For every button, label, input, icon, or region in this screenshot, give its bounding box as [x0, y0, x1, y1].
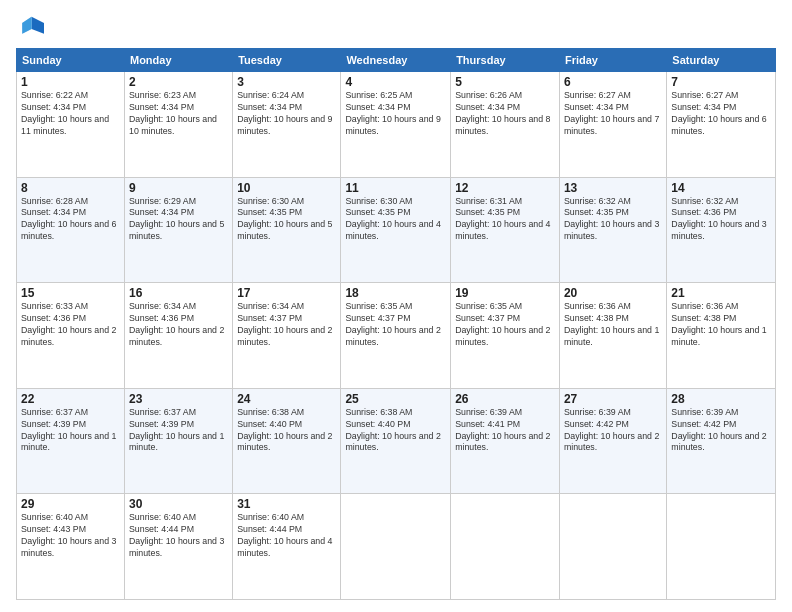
day-number: 22 [21, 392, 120, 406]
day-number: 17 [237, 286, 336, 300]
day-info: Sunrise: 6:40 AM Sunset: 4:43 PM Dayligh… [21, 512, 120, 560]
day-info: Sunrise: 6:34 AM Sunset: 4:37 PM Dayligh… [237, 301, 336, 349]
calendar-cell: 29 Sunrise: 6:40 AM Sunset: 4:43 PM Dayl… [17, 494, 125, 600]
day-info: Sunrise: 6:23 AM Sunset: 4:34 PM Dayligh… [129, 90, 228, 138]
calendar-cell: 22 Sunrise: 6:37 AM Sunset: 4:39 PM Dayl… [17, 388, 125, 494]
logo-icon [16, 12, 44, 40]
day-info: Sunrise: 6:39 AM Sunset: 4:42 PM Dayligh… [671, 407, 771, 455]
calendar-cell: 25 Sunrise: 6:38 AM Sunset: 4:40 PM Dayl… [341, 388, 451, 494]
day-info: Sunrise: 6:35 AM Sunset: 4:37 PM Dayligh… [345, 301, 446, 349]
weekday-friday: Friday [559, 49, 666, 72]
weekday-wednesday: Wednesday [341, 49, 451, 72]
day-number: 1 [21, 75, 120, 89]
calendar-cell: 11 Sunrise: 6:30 AM Sunset: 4:35 PM Dayl… [341, 177, 451, 283]
calendar-cell: 15 Sunrise: 6:33 AM Sunset: 4:36 PM Dayl… [17, 283, 125, 389]
calendar-cell: 26 Sunrise: 6:39 AM Sunset: 4:41 PM Dayl… [451, 388, 560, 494]
day-number: 11 [345, 181, 446, 195]
day-number: 3 [237, 75, 336, 89]
day-info: Sunrise: 6:30 AM Sunset: 4:35 PM Dayligh… [237, 196, 336, 244]
day-info: Sunrise: 6:26 AM Sunset: 4:34 PM Dayligh… [455, 90, 555, 138]
calendar-cell: 12 Sunrise: 6:31 AM Sunset: 4:35 PM Dayl… [451, 177, 560, 283]
calendar-table: SundayMondayTuesdayWednesdayThursdayFrid… [16, 48, 776, 600]
day-number: 16 [129, 286, 228, 300]
calendar-cell [341, 494, 451, 600]
day-info: Sunrise: 6:24 AM Sunset: 4:34 PM Dayligh… [237, 90, 336, 138]
day-info: Sunrise: 6:34 AM Sunset: 4:36 PM Dayligh… [129, 301, 228, 349]
day-number: 25 [345, 392, 446, 406]
day-number: 6 [564, 75, 662, 89]
day-info: Sunrise: 6:28 AM Sunset: 4:34 PM Dayligh… [21, 196, 120, 244]
calendar-cell: 1 Sunrise: 6:22 AM Sunset: 4:34 PM Dayli… [17, 72, 125, 178]
calendar-cell: 3 Sunrise: 6:24 AM Sunset: 4:34 PM Dayli… [233, 72, 341, 178]
weekday-monday: Monday [124, 49, 232, 72]
day-number: 4 [345, 75, 446, 89]
weekday-tuesday: Tuesday [233, 49, 341, 72]
day-info: Sunrise: 6:32 AM Sunset: 4:36 PM Dayligh… [671, 196, 771, 244]
day-number: 31 [237, 497, 336, 511]
weekday-saturday: Saturday [667, 49, 776, 72]
calendar-cell: 21 Sunrise: 6:36 AM Sunset: 4:38 PM Dayl… [667, 283, 776, 389]
calendar-cell: 30 Sunrise: 6:40 AM Sunset: 4:44 PM Dayl… [124, 494, 232, 600]
day-info: Sunrise: 6:38 AM Sunset: 4:40 PM Dayligh… [237, 407, 336, 455]
day-number: 23 [129, 392, 228, 406]
calendar-cell: 7 Sunrise: 6:27 AM Sunset: 4:34 PM Dayli… [667, 72, 776, 178]
calendar-cell: 8 Sunrise: 6:28 AM Sunset: 4:34 PM Dayli… [17, 177, 125, 283]
day-info: Sunrise: 6:22 AM Sunset: 4:34 PM Dayligh… [21, 90, 120, 138]
calendar-cell [451, 494, 560, 600]
day-info: Sunrise: 6:36 AM Sunset: 4:38 PM Dayligh… [671, 301, 771, 349]
calendar-cell [667, 494, 776, 600]
day-number: 27 [564, 392, 662, 406]
day-info: Sunrise: 6:27 AM Sunset: 4:34 PM Dayligh… [564, 90, 662, 138]
calendar-cell: 5 Sunrise: 6:26 AM Sunset: 4:34 PM Dayli… [451, 72, 560, 178]
day-number: 20 [564, 286, 662, 300]
day-info: Sunrise: 6:30 AM Sunset: 4:35 PM Dayligh… [345, 196, 446, 244]
calendar-cell: 10 Sunrise: 6:30 AM Sunset: 4:35 PM Dayl… [233, 177, 341, 283]
day-info: Sunrise: 6:39 AM Sunset: 4:42 PM Dayligh… [564, 407, 662, 455]
calendar-cell: 16 Sunrise: 6:34 AM Sunset: 4:36 PM Dayl… [124, 283, 232, 389]
day-number: 15 [21, 286, 120, 300]
day-info: Sunrise: 6:38 AM Sunset: 4:40 PM Dayligh… [345, 407, 446, 455]
day-info: Sunrise: 6:35 AM Sunset: 4:37 PM Dayligh… [455, 301, 555, 349]
day-info: Sunrise: 6:40 AM Sunset: 4:44 PM Dayligh… [129, 512, 228, 560]
day-number: 18 [345, 286, 446, 300]
calendar-cell: 24 Sunrise: 6:38 AM Sunset: 4:40 PM Dayl… [233, 388, 341, 494]
day-info: Sunrise: 6:33 AM Sunset: 4:36 PM Dayligh… [21, 301, 120, 349]
day-number: 19 [455, 286, 555, 300]
day-number: 29 [21, 497, 120, 511]
calendar-cell [559, 494, 666, 600]
header [16, 12, 776, 40]
day-number: 7 [671, 75, 771, 89]
day-info: Sunrise: 6:32 AM Sunset: 4:35 PM Dayligh… [564, 196, 662, 244]
calendar-cell: 4 Sunrise: 6:25 AM Sunset: 4:34 PM Dayli… [341, 72, 451, 178]
calendar-cell: 17 Sunrise: 6:34 AM Sunset: 4:37 PM Dayl… [233, 283, 341, 389]
week-row-3: 15 Sunrise: 6:33 AM Sunset: 4:36 PM Dayl… [17, 283, 776, 389]
day-number: 30 [129, 497, 228, 511]
day-info: Sunrise: 6:25 AM Sunset: 4:34 PM Dayligh… [345, 90, 446, 138]
calendar-cell: 23 Sunrise: 6:37 AM Sunset: 4:39 PM Dayl… [124, 388, 232, 494]
logo [16, 12, 48, 40]
day-number: 14 [671, 181, 771, 195]
weekday-header-row: SundayMondayTuesdayWednesdayThursdayFrid… [17, 49, 776, 72]
day-info: Sunrise: 6:27 AM Sunset: 4:34 PM Dayligh… [671, 90, 771, 138]
day-number: 9 [129, 181, 228, 195]
day-info: Sunrise: 6:29 AM Sunset: 4:34 PM Dayligh… [129, 196, 228, 244]
calendar-cell: 13 Sunrise: 6:32 AM Sunset: 4:35 PM Dayl… [559, 177, 666, 283]
day-info: Sunrise: 6:37 AM Sunset: 4:39 PM Dayligh… [129, 407, 228, 455]
day-info: Sunrise: 6:37 AM Sunset: 4:39 PM Dayligh… [21, 407, 120, 455]
calendar-cell: 14 Sunrise: 6:32 AM Sunset: 4:36 PM Dayl… [667, 177, 776, 283]
day-number: 8 [21, 181, 120, 195]
day-number: 13 [564, 181, 662, 195]
calendar-cell: 20 Sunrise: 6:36 AM Sunset: 4:38 PM Dayl… [559, 283, 666, 389]
week-row-5: 29 Sunrise: 6:40 AM Sunset: 4:43 PM Dayl… [17, 494, 776, 600]
day-info: Sunrise: 6:40 AM Sunset: 4:44 PM Dayligh… [237, 512, 336, 560]
calendar-cell: 18 Sunrise: 6:35 AM Sunset: 4:37 PM Dayl… [341, 283, 451, 389]
day-number: 5 [455, 75, 555, 89]
day-info: Sunrise: 6:31 AM Sunset: 4:35 PM Dayligh… [455, 196, 555, 244]
calendar-cell: 6 Sunrise: 6:27 AM Sunset: 4:34 PM Dayli… [559, 72, 666, 178]
weekday-sunday: Sunday [17, 49, 125, 72]
page: SundayMondayTuesdayWednesdayThursdayFrid… [0, 0, 792, 612]
day-number: 26 [455, 392, 555, 406]
day-info: Sunrise: 6:36 AM Sunset: 4:38 PM Dayligh… [564, 301, 662, 349]
day-number: 28 [671, 392, 771, 406]
calendar-cell: 9 Sunrise: 6:29 AM Sunset: 4:34 PM Dayli… [124, 177, 232, 283]
